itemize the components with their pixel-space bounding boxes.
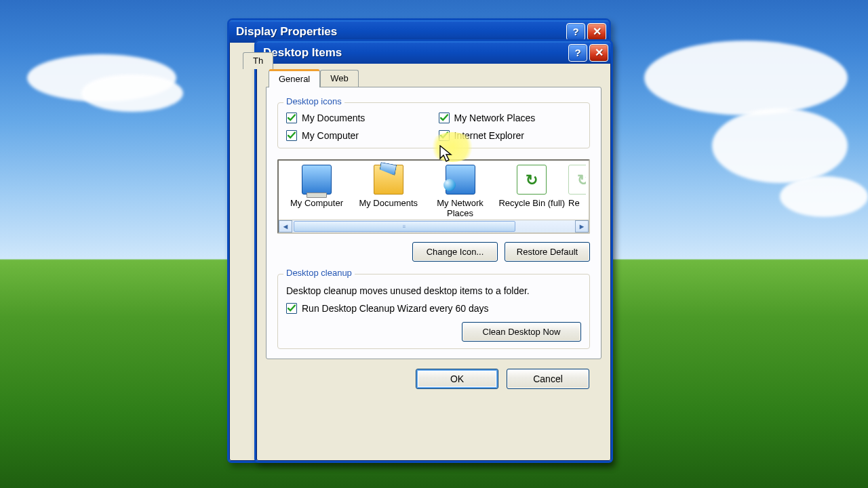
- checkbox-run-cleanup-wizard[interactable]: Run Desktop Cleanup Wizard every 60 days: [286, 303, 581, 314]
- checkbox-box: [286, 303, 297, 314]
- gallery-item-label: My Network Places: [425, 198, 496, 218]
- checkbox-label: My Network Places: [454, 113, 536, 123]
- desktop-icons-legend: Desktop icons: [283, 96, 344, 106]
- desktop-items-window: Desktop Items ? ✕ General Web Desktop ic…: [254, 39, 613, 463]
- background-tab-cutoff[interactable]: Th: [243, 52, 273, 69]
- help-button[interactable]: ?: [566, 23, 585, 41]
- restore-default-button[interactable]: Restore Default: [505, 242, 590, 262]
- checkbox-box: [286, 113, 297, 123]
- scroll-left-button[interactable]: ◄: [279, 220, 292, 232]
- gallery-item-cutoff[interactable]: Re: [568, 165, 586, 208]
- general-tab-panel: Desktop icons My Documents My Network Pl…: [266, 87, 601, 359]
- checkbox-internet-explorer[interactable]: Internet Explorer: [439, 130, 582, 141]
- checkbox-label: Run Desktop Cleanup Wizard every 60 days: [302, 303, 488, 314]
- my-network-places-icon: [446, 165, 475, 195]
- checkbox-box: [286, 130, 297, 141]
- checkbox-box: [439, 130, 450, 141]
- checkbox-label: Internet Explorer: [454, 130, 525, 141]
- gallery-item-label: My Computer: [281, 198, 352, 208]
- tab-general[interactable]: General: [269, 70, 320, 87]
- gallery-scrollbar[interactable]: ◄ ≡ ►: [279, 220, 589, 232]
- close-button[interactable]: ✕: [587, 23, 606, 41]
- my-computer-icon: [302, 165, 332, 195]
- cancel-button[interactable]: Cancel: [507, 369, 589, 389]
- gallery-item-label: Re: [568, 198, 586, 208]
- scroll-right-button[interactable]: ►: [575, 220, 589, 232]
- gallery-item-my-network-places[interactable]: My Network Places: [425, 165, 496, 218]
- scroll-thumb[interactable]: ≡: [294, 221, 515, 232]
- ok-button[interactable]: OK: [416, 369, 498, 389]
- desktop-cleanup-group: Desktop cleanup Desktop cleanup moves un…: [277, 274, 590, 349]
- checkbox-label: My Computer: [302, 130, 359, 141]
- checkbox-my-computer[interactable]: My Computer: [286, 130, 429, 141]
- desktop-cleanup-description: Desktop cleanup moves unused desktop ite…: [286, 285, 581, 296]
- my-documents-icon: [374, 165, 403, 195]
- checkbox-my-network-places[interactable]: My Network Places: [439, 113, 582, 123]
- recycle-bin-icon: [568, 165, 586, 195]
- gallery-item-recycle-bin-full[interactable]: Recycle Bin (full): [496, 165, 567, 208]
- gallery-item-label: Recycle Bin (full): [496, 198, 567, 208]
- checkbox-my-documents[interactable]: My Documents: [286, 113, 429, 123]
- desktop-icons-group: Desktop icons My Documents My Network Pl…: [277, 102, 590, 148]
- clean-desktop-now-button[interactable]: Clean Desktop Now: [462, 322, 581, 342]
- scroll-track[interactable]: ≡: [292, 220, 575, 232]
- recycle-bin-icon: [517, 165, 547, 195]
- checkbox-label: My Documents: [302, 113, 365, 123]
- gallery-item-my-documents[interactable]: My Documents: [353, 165, 424, 208]
- gallery-item-my-computer[interactable]: My Computer: [281, 165, 352, 208]
- checkbox-box: [439, 113, 450, 123]
- display-properties-title: Display Properties: [236, 25, 564, 39]
- gallery-item-label: My Documents: [353, 198, 424, 208]
- tab-web[interactable]: Web: [320, 70, 359, 87]
- desktop-cleanup-legend: Desktop cleanup: [283, 268, 355, 278]
- change-icon-button[interactable]: Change Icon...: [412, 242, 498, 262]
- icon-gallery[interactable]: My Computer My Documents My Network Plac…: [277, 159, 590, 234]
